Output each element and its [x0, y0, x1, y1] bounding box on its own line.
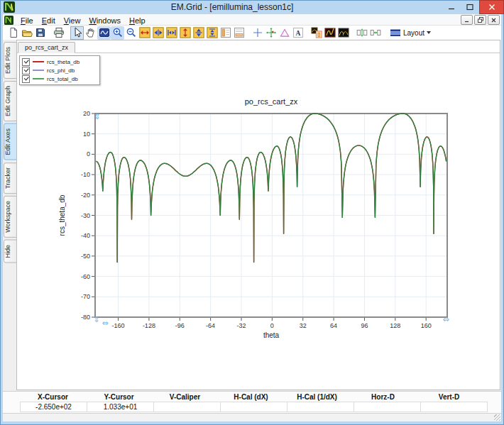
mdi-minimize-button[interactable]	[461, 15, 473, 25]
dark-multi-plot-button[interactable]	[336, 26, 350, 40]
close-button[interactable]	[479, 0, 504, 14]
vertical-spacing-button[interactable]	[355, 26, 368, 40]
legend-row: rcs_phi_db	[22, 66, 97, 74]
axis-handle-bottom-left-vertical[interactable]: ⇕	[93, 315, 99, 324]
fit-x-axis-button[interactable]	[165, 26, 178, 40]
mdi-restore-button[interactable]	[474, 15, 486, 25]
status-col-header: Vert-D	[416, 392, 482, 402]
chart-legend: rcs_theta_dbrcs_phi_dbrcs_total_db	[19, 55, 100, 85]
sidebar-tab-edit-plots[interactable]: Edit Plots	[4, 42, 17, 79]
title-bar: EM.Grid - [emillumina_lesson1c]	[0, 0, 504, 14]
compress-y-axis-button[interactable]	[192, 26, 205, 40]
dark-plot-style-button[interactable]	[323, 26, 336, 40]
status-col-value	[154, 402, 221, 412]
app-logo-icon	[4, 1, 15, 13]
status-col-header: H-Cal (dX)	[218, 392, 284, 402]
status-col-value: -2.650e+02	[21, 402, 87, 412]
mdi-window-buttons	[461, 15, 500, 25]
menu-help[interactable]: Help	[125, 16, 150, 26]
left-margin-button[interactable]	[219, 26, 232, 40]
legend-row: rcs_total_db	[22, 74, 97, 83]
status-header-row: X-CursorY-CursorV-CaliperH-Cal (dX)H-Cal…	[20, 392, 488, 402]
y-tick-label: -50	[81, 253, 90, 260]
zoom-out-button[interactable]	[124, 26, 138, 40]
status-col-header: Y-Cursor	[86, 392, 152, 402]
menu-edit[interactable]: Edit	[38, 16, 60, 26]
save-button[interactable]	[33, 26, 47, 40]
horizontal-spacing-button[interactable]	[368, 26, 382, 40]
status-col-header: V-Caliper	[152, 392, 218, 402]
new-document-button[interactable]	[6, 26, 20, 40]
app-window: EM.Grid - [emillumina_lesson1c] FileEdit…	[0, 0, 504, 425]
status-value-row: -2.650e+021.033e+01	[20, 402, 488, 412]
legend-checkbox-rcs_total_db[interactable]	[22, 75, 30, 83]
x-tick-label: 0	[270, 322, 274, 329]
bottom-margin-button[interactable]	[232, 26, 246, 40]
add-graph-button[interactable]	[309, 26, 323, 40]
mdi-close-button[interactable]	[488, 15, 500, 25]
y-tick-label: -40	[81, 232, 90, 239]
layout-icon	[390, 27, 401, 38]
menu-items: FileEditViewWindowsHelp	[16, 13, 150, 26]
menu-windows[interactable]: Windows	[84, 16, 125, 26]
maximize-button[interactable]	[461, 0, 478, 14]
menu-bar: FileEditViewWindowsHelp	[3, 14, 501, 26]
x-tick-label: -64	[206, 322, 215, 329]
resize-grip[interactable]	[494, 414, 500, 421]
sidebar-tab-tracker[interactable]: Tracker	[4, 162, 17, 194]
legend-checkbox-rcs_theta_db[interactable]	[22, 58, 30, 66]
x-tick-label: 128	[390, 322, 400, 329]
status-col-value	[221, 402, 287, 412]
sidebar-tab-hide[interactable]: Hide	[4, 240, 17, 263]
status-col-value	[421, 402, 487, 412]
document-canvas: po_rcs_cart_zx -160-128-96-64-3203264961…	[16, 40, 500, 390]
window-title: EM.Grid - [emillumina_lesson1c]	[28, 2, 436, 12]
compress-x-axis-button[interactable]	[151, 26, 165, 40]
layout-label: Layout	[403, 29, 424, 37]
legend-line-swatch	[33, 61, 44, 62]
legend-line-swatch	[33, 78, 44, 79]
crosshair-tool-button[interactable]	[251, 26, 264, 40]
fit-y-axis-button[interactable]	[205, 26, 219, 40]
status-col-header: H-Cal (1/dX)	[284, 392, 350, 402]
menu-file[interactable]: File	[16, 16, 38, 26]
open-file-button[interactable]	[20, 26, 33, 40]
zoom-in-button[interactable]	[111, 26, 124, 40]
sidebar-tab-edit-graph[interactable]: Edit Graph	[4, 81, 17, 121]
expand-x-axis-button[interactable]	[138, 26, 151, 40]
expand-y-axis-button[interactable]	[178, 26, 192, 40]
select-tool-button[interactable]	[70, 26, 84, 40]
y-axis-label: rcs_theta_db	[58, 194, 66, 236]
legend-label: rcs_phi_db	[47, 67, 75, 74]
status-col-value: 1.033e+01	[87, 402, 154, 412]
sidebar-tab-edit-axes[interactable]: Edit Axes	[4, 123, 17, 160]
sidebar-tab-workspace[interactable]: Workspace	[4, 196, 17, 238]
axis-handle-bottom-right-horizontal[interactable]: ⇔	[442, 315, 449, 324]
pan-hand-tool-button[interactable]	[84, 26, 97, 40]
minimize-button[interactable]	[443, 0, 460, 14]
chart-area[interactable]: -160-128-96-64-32032649612816020100-10-2…	[17, 53, 500, 390]
tab-po-rcs-cart-zx[interactable]: po_rcs_cart_zx	[18, 42, 75, 53]
annotation-text-button[interactable]: A	[291, 26, 305, 40]
cursor-readout-table: X-CursorY-CursorV-CaliperH-Cal (dX)H-Cal…	[20, 392, 488, 412]
caliper-tool-button[interactable]	[278, 26, 291, 40]
menu-view[interactable]: View	[60, 16, 85, 26]
curve-rcs_total_db	[96, 114, 446, 263]
x-tick-label: 96	[361, 322, 368, 329]
zoom-region-tool-button[interactable]	[97, 26, 111, 40]
axis-handle-bottom-left-horizontal[interactable]: ⇔	[102, 319, 108, 328]
y-tick-label: 0	[87, 150, 90, 158]
axis-handle-top-left-vertical[interactable]: ⇕	[94, 112, 100, 121]
layout-dropdown-button[interactable]: Layout	[387, 26, 434, 40]
print-button[interactable]	[52, 26, 65, 40]
status-col-value	[287, 402, 354, 412]
chart-title: po_rcs_cart_zx	[245, 97, 298, 106]
x-tick-label: -128	[143, 322, 155, 329]
tracker-axes-button[interactable]	[264, 26, 278, 40]
document-system-icon[interactable]	[4, 15, 13, 24]
y-tick-label: 20	[83, 110, 90, 117]
x-axis-label: theta	[263, 331, 280, 339]
x-tick-label: 32	[300, 322, 307, 329]
legend-label: rcs_theta_db	[47, 59, 80, 65]
legend-checkbox-rcs_phi_db[interactable]	[22, 67, 30, 74]
